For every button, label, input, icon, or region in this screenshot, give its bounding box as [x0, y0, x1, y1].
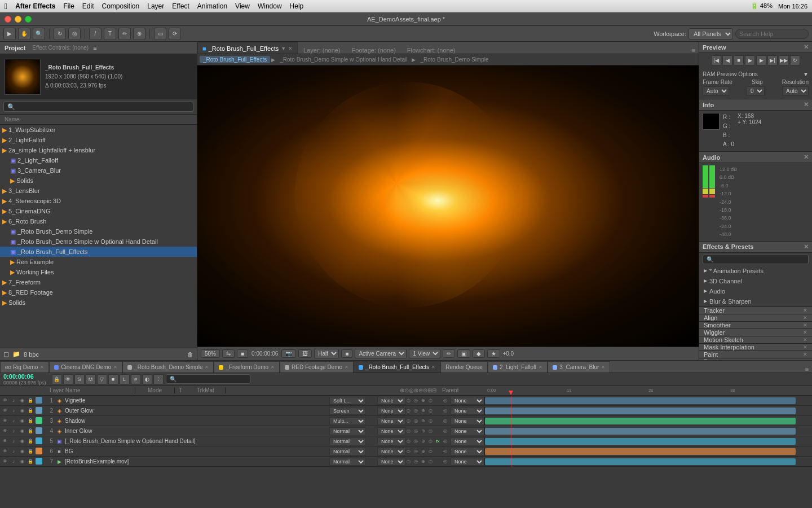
tl-tab-red-footage[interactable]: RED Footage Demo ✕	[280, 361, 354, 373]
project-search-input[interactable]	[3, 102, 193, 112]
project-item[interactable]: ▣2_Light_Falloff	[0, 155, 197, 165]
layer-switch-4[interactable]: ◎	[427, 418, 434, 424]
layer-color-label[interactable]	[36, 397, 42, 404]
layer-switch-2[interactable]: ◎	[413, 438, 419, 445]
layer-parent-select[interactable]: None	[451, 448, 484, 456]
layer-audio-icon[interactable]: ♪	[10, 448, 17, 456]
layer-switch-1[interactable]: ◎	[405, 448, 412, 455]
layer-lock-icon[interactable]: 🔒	[27, 397, 34, 405]
timeline-layer-row[interactable]: 👁 ♪ ◉ 🔒 3 ◈ Shadow Multi... None ◎ ◎ ⊕ ◎	[0, 416, 812, 426]
timeline-search-input[interactable]	[166, 374, 250, 384]
tl-tab-light-falloff[interactable]: 2_Light_Falloff ✕	[488, 361, 548, 373]
layer-switch-2[interactable]: ◎	[413, 458, 419, 465]
layer-switch-2[interactable]: ◎	[413, 448, 419, 455]
layer-mode-select[interactable]: Soft L...	[329, 397, 366, 405]
layer-eye-icon[interactable]: 👁	[1, 397, 9, 405]
workspace-select[interactable]: All Panels	[689, 28, 733, 40]
apple-menu[interactable]: 	[5, 2, 7, 11]
view-select[interactable]: Active Camera	[355, 349, 407, 358]
layer-name[interactable]: Inner Glow	[65, 428, 329, 434]
tracker-close[interactable]: ✕	[803, 308, 807, 313]
window-menu[interactable]: Window	[258, 2, 282, 10]
layer-audio-icon[interactable]: ♪	[10, 458, 17, 466]
layer-duration-bar[interactable]	[485, 458, 796, 465]
layer-duration-bar[interactable]	[485, 438, 796, 445]
tool-text[interactable]: T	[104, 28, 116, 40]
tool-rotate[interactable]: ↻	[54, 28, 66, 40]
layer-audio-icon[interactable]: ♪	[10, 417, 17, 425]
layer-eye-icon[interactable]: 👁	[1, 407, 9, 415]
wiggler-close[interactable]: ✕	[803, 330, 807, 335]
layer-switch-fx[interactable]: fx	[435, 438, 441, 445]
project-item[interactable]: ▣_Roto Brush_Full_Effects	[0, 247, 197, 257]
tl-label-btn[interactable]: L	[120, 374, 130, 384]
mask-btn[interactable]: ▣	[457, 349, 470, 358]
comp-tab-arrow[interactable]: ▼	[281, 46, 286, 51]
show-snapshot-btn[interactable]: 🖼	[298, 349, 312, 358]
quality-select[interactable]: Half	[314, 349, 339, 358]
layer-switch-2[interactable]: ◎	[413, 418, 419, 424]
layer-switch-4[interactable]: ◎	[427, 438, 434, 445]
effects-close[interactable]: ✕	[804, 243, 809, 251]
timeline-layer-row[interactable]: 👁 ♪ ◉ 🔒 4 ◈ Inner Glow Normal None ◎ ◎ ⊕…	[0, 426, 812, 436]
layer-eye-icon[interactable]: 👁	[1, 448, 9, 456]
layer-solo-icon[interactable]: ◉	[18, 448, 26, 456]
layer-solo-icon[interactable]: ◉	[18, 427, 26, 435]
tool-brush[interactable]: ✏	[118, 28, 131, 40]
project-item[interactable]: ▶ 6_Roto Brush	[0, 216, 197, 226]
project-item[interactable]: ▣_Roto Brush_Demo Simple	[0, 226, 197, 237]
tab-close[interactable]: ✕	[113, 365, 117, 370]
smoother-panel[interactable]: Smoother ✕	[699, 322, 812, 329]
layer-color-label[interactable]	[36, 417, 42, 424]
layer-color-label[interactable]	[36, 458, 42, 465]
comp-tab-roto-full[interactable]: ■ _Roto Brush_Full_Effects ▼ ✕	[197, 42, 298, 54]
layer-switch-1[interactable]: ◎	[405, 418, 412, 424]
layer-audio-icon[interactable]: ♪	[10, 397, 17, 405]
next-frame-btn[interactable]: ▶	[756, 55, 766, 65]
tl-tab-render-queue[interactable]: Render Queue	[440, 361, 488, 373]
play-btn[interactable]: ▶	[745, 55, 755, 65]
mask-interpolation-panel[interactable]: Mask Interpolation ✕	[699, 344, 812, 351]
layer-switch-5[interactable]: ◎	[442, 408, 448, 414]
layer-switch-3[interactable]: ⊕	[420, 438, 426, 445]
layer-mode-select[interactable]: Normal	[329, 427, 366, 435]
tl-tab-roto-simple[interactable]: _Roto Brush_Demo Simple ✕	[122, 361, 214, 373]
layer-mode-select[interactable]: Normal	[329, 437, 366, 445]
tl-tab-rig-demo[interactable]: eo Rig Demo ✕	[0, 361, 49, 373]
project-item[interactable]: ▶ 3_LensBlur	[0, 186, 197, 196]
preview-close[interactable]: ✕	[804, 43, 809, 51]
smoother-close[interactable]: ✕	[803, 322, 807, 328]
layer-mode-select[interactable]: Normal	[329, 458, 366, 466]
tracker-panel[interactable]: Tracker ✕	[699, 307, 812, 314]
tab-close[interactable]: ✕	[271, 365, 275, 370]
layer-audio-icon[interactable]: ♪	[10, 407, 17, 415]
tool-pen[interactable]: /	[89, 28, 102, 40]
sub-tab-2[interactable]: _Roto Brush_Demo Simple w Optional Hand …	[276, 56, 411, 63]
layer-switch-3[interactable]: ⊕	[420, 397, 426, 404]
layer-switch-5[interactable]: ◎	[442, 397, 448, 404]
layer-eye-icon[interactable]: 👁	[1, 417, 9, 425]
new-composition-icon[interactable]: ▢	[3, 351, 9, 358]
layer-switch-5[interactable]: ◎	[442, 438, 448, 445]
project-item[interactable]: ▶ Solids	[0, 297, 197, 308]
layer-name[interactable]: Outer Glow	[65, 408, 329, 414]
layer-switch-1[interactable]: ◎	[405, 408, 412, 414]
layer-duration-bar[interactable]	[485, 418, 796, 424]
project-item[interactable]: ▶ 1_WarpStabilizer	[0, 125, 197, 135]
tool-roto[interactable]: ⟳	[169, 28, 181, 40]
new-folder-icon[interactable]: 📁	[12, 351, 20, 358]
layer-lock-icon[interactable]: 🔒	[27, 437, 34, 445]
effect-menu[interactable]: Effect	[172, 2, 189, 10]
layer-switch-3[interactable]: ⊕	[420, 418, 426, 424]
project-item[interactable]: ▶ 4_Stereoscopic 3D	[0, 196, 197, 206]
stop-btn[interactable]: ■	[734, 55, 744, 65]
layer-solo-icon[interactable]: ◉	[18, 417, 26, 425]
tab-close[interactable]: ✕	[539, 365, 542, 370]
tool-stamp[interactable]: ⊕	[133, 28, 145, 40]
layer-solo-icon[interactable]: ◉	[18, 437, 26, 445]
layer-lock-icon[interactable]: 🔒	[27, 417, 34, 425]
loop-btn[interactable]: ↻	[790, 55, 800, 65]
layer-name[interactable]: BG	[65, 448, 329, 454]
layer-parent-select[interactable]: None	[451, 437, 484, 445]
effect-3d-channel[interactable]: ▶ 3D Channel	[699, 276, 812, 286]
